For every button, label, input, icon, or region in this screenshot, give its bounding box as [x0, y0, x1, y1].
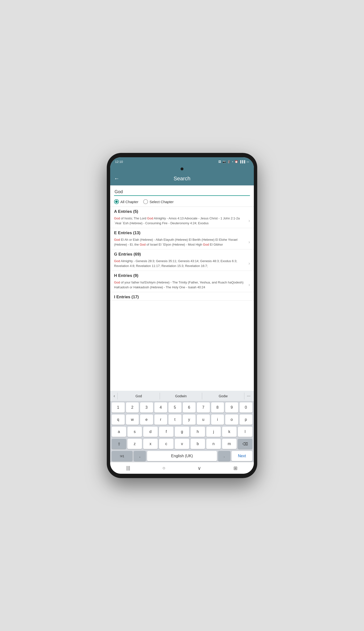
qwerty-row: q w e r t y u i o p: [110, 414, 254, 426]
key-q[interactable]: q: [112, 414, 125, 425]
alarm-icon: ⏰: [235, 160, 238, 163]
key-d[interactable]: d: [143, 427, 158, 437]
signal-icon: ▐▐▐: [240, 160, 245, 163]
radio-all-chapter[interactable]: All Chapter: [114, 199, 138, 204]
key-period[interactable]: .: [218, 451, 230, 461]
key-4[interactable]: 4: [154, 402, 168, 412]
key-f[interactable]: f: [159, 427, 174, 437]
nav-back[interactable]: ∨: [198, 465, 201, 471]
entry-row-a[interactable]: God of hosts; The Lord God Almighty - Am…: [110, 215, 254, 228]
key-space[interactable]: English (UK): [147, 451, 217, 461]
key-r[interactable]: r: [154, 414, 168, 425]
camera-notch: [180, 168, 184, 170]
key-b[interactable]: b: [190, 439, 205, 449]
key-y[interactable]: y: [183, 414, 196, 425]
key-j[interactable]: j: [206, 427, 221, 437]
key-v[interactable]: v: [175, 439, 189, 449]
key-s[interactable]: s: [128, 427, 142, 437]
suggestion-god[interactable]: God: [118, 393, 160, 399]
entry-row-e[interactable]: God El Ah or Elah (Hebrew) - Allah Elayu…: [110, 236, 254, 249]
highlight-god-e: God: [114, 238, 120, 242]
key-3[interactable]: 3: [140, 402, 153, 412]
key-shift[interactable]: ⇧: [112, 439, 126, 449]
key-a[interactable]: a: [112, 427, 126, 437]
keyboard-area: ‹ God Godwin Godw ··· 1 2 3 4 5 6 7 8: [110, 391, 254, 462]
highlight-god-h: God: [114, 280, 120, 284]
key-e[interactable]: e: [140, 414, 153, 425]
key-2[interactable]: 2: [126, 402, 139, 412]
radio-select-circle: [143, 199, 148, 204]
key-symbols[interactable]: !#1: [112, 451, 132, 461]
suggestion-godwin[interactable]: Godwin: [160, 393, 202, 399]
key-backspace[interactable]: ⌫: [238, 439, 252, 449]
entry-row-h[interactable]: God of your father ha'Elohiym (Hebrew) -…: [110, 279, 254, 292]
entry-row-g[interactable]: God Almighty - Genesis 28:3; Genesis 35:…: [110, 258, 254, 270]
suggestion-more-button[interactable]: ···: [244, 394, 253, 398]
key-p[interactable]: p: [240, 414, 252, 425]
back-button[interactable]: ←: [114, 176, 120, 182]
key-k[interactable]: k: [222, 427, 236, 437]
key-0[interactable]: 0: [240, 402, 252, 412]
chevron-right-h: ›: [248, 282, 250, 287]
entry-group-e: E Entries (13) God El Ah or Elah (Hebrew…: [110, 228, 254, 250]
highlight-god-g: God: [114, 259, 120, 263]
status-time: 12:10: [115, 160, 123, 164]
entry-header-a: A Entries (5): [110, 207, 254, 215]
entry-group-h: H Entries (9) God of your father ha'Eloh…: [110, 271, 254, 292]
key-6[interactable]: 6: [183, 402, 196, 412]
key-z[interactable]: z: [128, 439, 142, 449]
highlight-god-a: God: [114, 216, 120, 220]
content-area: All Chapter Select Chapter A Entries (5)…: [110, 186, 254, 391]
phone-screen: 12:10 🖼 📷 🗿 • ⏰ ▐▐▐ ▭ ← Search: [110, 157, 254, 474]
chevron-right-e: ›: [248, 240, 250, 245]
key-x[interactable]: x: [143, 439, 158, 449]
nav-recent-apps[interactable]: |||: [126, 465, 130, 471]
suggestion-godw[interactable]: Godw: [202, 393, 244, 399]
highlight-god-a2: God: [147, 216, 153, 220]
key-5[interactable]: 5: [168, 402, 182, 412]
key-9[interactable]: 9: [225, 402, 238, 412]
key-1[interactable]: 1: [112, 402, 125, 412]
radio-select-label: Select Chapter: [150, 200, 174, 204]
chevron-right-g: ›: [248, 261, 250, 266]
status-icons: 🖼 📷 🗿 • ⏰ ▐▐▐ ▭: [218, 160, 249, 163]
entry-header-h: H Entries (9): [110, 271, 254, 279]
asdf-row: a s d f g h j k l: [110, 426, 254, 438]
key-next[interactable]: Next: [232, 451, 252, 461]
key-8[interactable]: 8: [211, 402, 224, 412]
bitmoji-icon: 🗿: [228, 160, 231, 163]
key-n[interactable]: n: [206, 439, 221, 449]
status-bar: 12:10 🖼 📷 🗿 • ⏰ ▐▐▐ ▭: [110, 157, 254, 166]
cam-icon: 📷: [222, 160, 226, 163]
key-m[interactable]: m: [222, 439, 236, 449]
key-7[interactable]: 7: [197, 402, 210, 412]
entry-group-i: I Entries (17): [110, 292, 254, 301]
key-t[interactable]: t: [168, 414, 182, 425]
key-w[interactable]: w: [126, 414, 139, 425]
bottom-row: !#1 , English (UK) . Next: [110, 450, 254, 462]
entry-group-g: G Entries (69) God Almighty - Genesis 28…: [110, 250, 254, 271]
chevron-right-a: ›: [248, 218, 250, 223]
entry-header-i: I Entries (17): [110, 292, 254, 300]
radio-select-chapter[interactable]: Select Chapter: [143, 199, 174, 204]
key-l[interactable]: l: [238, 427, 252, 437]
radio-all-label: All Chapter: [120, 200, 138, 204]
suggestion-back-button[interactable]: ‹: [111, 394, 118, 398]
key-g[interactable]: g: [175, 427, 189, 437]
nav-keyboard[interactable]: ⊞: [234, 465, 238, 471]
radio-all-circle: [114, 199, 119, 204]
key-c[interactable]: c: [159, 439, 174, 449]
key-i[interactable]: i: [211, 414, 224, 425]
search-input[interactable]: [114, 188, 250, 196]
entry-text-a: God of hosts; The Lord God Almighty - Am…: [114, 216, 246, 226]
entry-header-g: G Entries (69): [110, 250, 254, 258]
nav-home[interactable]: ○: [162, 465, 165, 471]
entry-group-a: A Entries (5) God of hosts; The Lord God…: [110, 207, 254, 228]
key-comma[interactable]: ,: [134, 451, 146, 461]
notch-bar: [110, 166, 254, 172]
key-u[interactable]: u: [197, 414, 210, 425]
key-h[interactable]: h: [190, 427, 205, 437]
key-o[interactable]: o: [225, 414, 238, 425]
zxcv-row: ⇧ z x c v b n m ⌫: [110, 438, 254, 450]
app-header: ← Search: [110, 172, 254, 186]
